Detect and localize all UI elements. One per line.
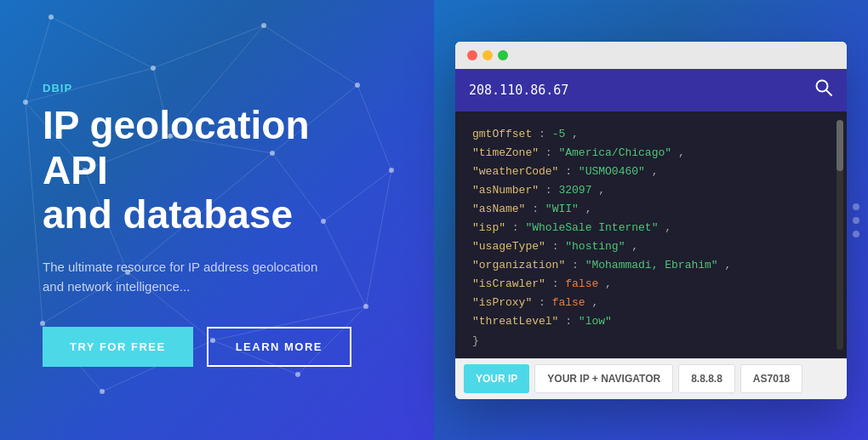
browser-titlebar — [455, 42, 847, 69]
tabs-bar: YOUR IP YOUR IP + NAVIGATOR 8.8.8.8 AS70… — [455, 358, 847, 399]
svg-point-38 — [40, 321, 45, 326]
svg-line-2 — [264, 26, 357, 85]
try-free-button[interactable]: TRY FOR FREE — [43, 327, 193, 367]
svg-line-0 — [51, 17, 153, 68]
code-line: "isProxy" : false , — [472, 294, 830, 312]
svg-line-19 — [26, 102, 43, 323]
subtext: The ultimate resource for IP address geo… — [43, 258, 332, 296]
code-line: "asNumber" : 32097 , — [472, 181, 830, 200]
code-line: "usageType" : "hosting" , — [472, 237, 830, 256]
code-area: gmtOffset : -5 , "timeZone" : "America/C… — [455, 111, 847, 358]
code-line: "threatLevel" : "low" — [472, 312, 830, 331]
svg-point-27 — [151, 66, 156, 71]
cta-buttons: TRY FOR FREE LEARN MORE — [43, 327, 391, 367]
code-line: "isp" : "WholeSale Internet" , — [472, 219, 830, 237]
search-icon[interactable] — [814, 78, 833, 101]
code-line: "asName" : "WII" , — [472, 200, 830, 219]
browser-window: 208.110.86.67 gmtOffset : -5 , — [455, 42, 847, 399]
learn-more-button[interactable]: LEARN MORE — [207, 327, 351, 367]
code-line: "organization" : "Mohammadi, Ebrahim" , — [472, 256, 830, 275]
deco-dot — [853, 231, 859, 237]
deco-dot — [853, 217, 859, 224]
brand-label: DBIP — [43, 82, 391, 94]
address-input[interactable]: 208.110.86.67 — [469, 83, 814, 98]
deco-dot — [853, 203, 859, 210]
tab-8888[interactable]: 8.8.8.8 — [678, 364, 735, 393]
tab-as7018[interactable]: AS7018 — [740, 364, 802, 393]
code-line: "timeZone" : "America/Chicago" , — [472, 144, 830, 163]
code-line: "weatherCode" : "USMO0460" , — [472, 163, 830, 181]
scrollbar[interactable] — [837, 120, 843, 350]
right-decoration — [853, 203, 859, 237]
svg-point-30 — [23, 100, 28, 105]
svg-point-37 — [363, 304, 368, 309]
svg-point-26 — [49, 14, 54, 20]
svg-point-28 — [261, 23, 266, 28]
minimize-dot — [483, 50, 493, 60]
code-line: } — [472, 332, 830, 351]
svg-line-1 — [153, 26, 264, 68]
svg-point-41 — [295, 372, 300, 377]
address-bar: 208.110.86.67 — [455, 69, 847, 111]
svg-line-43 — [826, 90, 831, 95]
code-line: gmtOffset : -5 , — [472, 125, 830, 144]
close-dot — [467, 50, 477, 60]
maximize-dot — [498, 50, 508, 60]
code-line: "isCrawler" : false , — [472, 275, 830, 294]
svg-point-40 — [100, 389, 105, 394]
tab-your-ip[interactable]: YOUR IP — [464, 364, 529, 393]
tab-your-ip-navigator[interactable]: YOUR IP + NAVIGATOR — [534, 364, 673, 393]
right-panel: 208.110.86.67 gmtOffset : -5 , — [434, 0, 868, 440]
main-heading: IP geolocation API and database — [43, 103, 391, 238]
scrollbar-thumb[interactable] — [837, 120, 843, 171]
left-panel: DBIP IP geolocation API and database The… — [0, 0, 434, 440]
